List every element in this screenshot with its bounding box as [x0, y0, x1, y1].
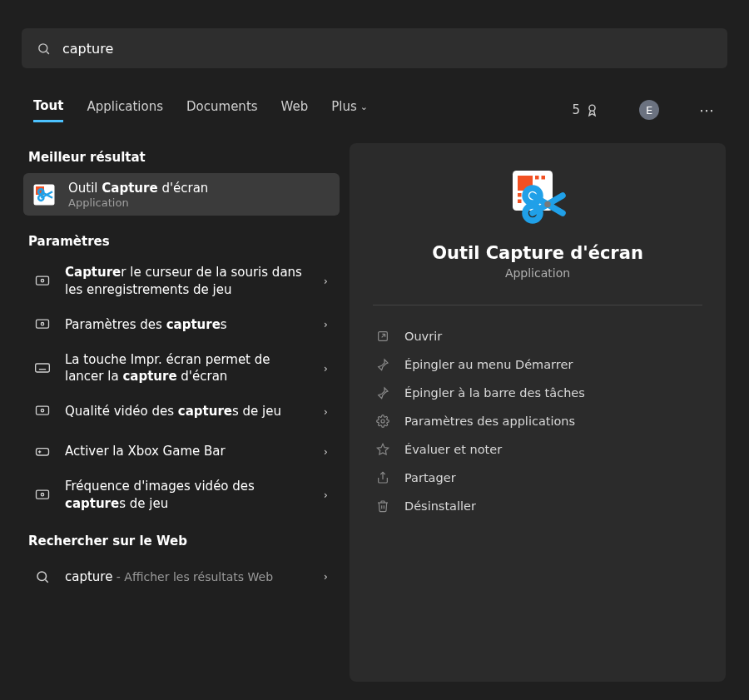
svg-rect-19 — [37, 449, 49, 455]
best-result-item[interactable]: Outil Capture d'écran Application — [23, 173, 340, 216]
web-result-title: capture - Afficher les résultats Web — [65, 568, 312, 585]
svg-line-1 — [47, 51, 49, 53]
svg-rect-7 — [37, 276, 49, 285]
search-icon — [37, 42, 51, 56]
action-label: Désinstaller — [404, 499, 476, 513]
divider — [373, 305, 702, 305]
setting-result-xbox-gamebar[interactable]: Activer la Xbox Game Bar › — [23, 431, 340, 471]
setting-result-title: Activer la Xbox Game Bar — [65, 443, 312, 459]
setting-result-capture-settings[interactable]: Paramètres des captures › — [23, 305, 340, 345]
chevron-down-icon: ⌄ — [360, 102, 368, 112]
tab-applications[interactable]: Applications — [87, 99, 163, 121]
svg-point-34 — [544, 201, 551, 208]
action-label: Épingler au menu Démarrer — [404, 358, 573, 371]
action-app-settings[interactable]: Paramètres des applications — [371, 407, 704, 435]
chevron-right-icon: › — [324, 489, 331, 501]
action-pin-taskbar[interactable]: Épingler à la barre des tâches — [371, 379, 704, 407]
points-value: 5 — [572, 102, 580, 117]
svg-point-18 — [41, 410, 43, 412]
svg-point-8 — [41, 279, 43, 281]
star-icon — [376, 443, 391, 456]
best-result-title: Outil Capture d'écran — [68, 180, 331, 196]
action-open[interactable]: Ouvrir — [371, 322, 704, 350]
action-share[interactable]: Partager — [371, 464, 704, 492]
trash-icon — [376, 499, 391, 513]
chevron-right-icon: › — [324, 445, 331, 458]
panel-title: Outil Capture d'écran — [432, 243, 643, 263]
svg-point-2 — [589, 105, 595, 111]
tab-documents[interactable]: Documents — [186, 99, 258, 121]
search-icon — [32, 566, 53, 588]
settings-screen-icon — [32, 484, 53, 506]
svg-point-23 — [41, 493, 43, 495]
web-search-result[interactable]: capture - Afficher les résultats Web › — [23, 557, 340, 597]
svg-rect-22 — [37, 490, 49, 499]
action-label: Ouvrir — [404, 330, 442, 343]
search-bar[interactable] — [22, 28, 727, 68]
snipping-tool-icon — [32, 182, 57, 207]
share-icon — [376, 471, 391, 484]
gear-icon — [376, 415, 391, 428]
keyboard-icon — [32, 357, 53, 379]
pin-icon — [376, 386, 391, 400]
action-rate[interactable]: Évaluer et noter — [371, 435, 704, 464]
tabs-row: Tout Applications Documents Web Plus ⌄ 5… — [0, 92, 749, 128]
svg-rect-29 — [542, 176, 546, 180]
action-label: Épingler à la barre des tâches — [404, 386, 585, 400]
setting-result-printscreen[interactable]: La touche Impr. écran permet de lancer l… — [23, 345, 340, 392]
svg-point-10 — [41, 322, 43, 325]
action-label: Évaluer et noter — [404, 443, 502, 456]
panel-app-icon — [508, 168, 568, 228]
action-uninstall[interactable]: Désinstaller — [371, 492, 704, 520]
setting-result-title: Capturer le curseur de la souris dans le… — [65, 264, 312, 298]
action-label: Paramètres des applications — [404, 415, 575, 428]
pin-icon — [376, 358, 391, 371]
svg-rect-30 — [518, 193, 522, 197]
settings-screen-icon — [32, 400, 53, 422]
setting-result-cursor-capture[interactable]: Capturer le curseur de la souris dans le… — [23, 257, 340, 305]
svg-rect-9 — [37, 320, 49, 328]
chevron-right-icon: › — [324, 570, 331, 583]
more-menu-button[interactable]: ⋯ — [699, 102, 716, 119]
svg-rect-11 — [36, 364, 50, 372]
section-search-web: Rechercher sur le Web — [23, 527, 340, 557]
search-input[interactable] — [62, 41, 712, 57]
gamebar-icon — [32, 440, 53, 462]
setting-result-title: Fréquence d'images vidéo des captures de… — [65, 478, 312, 512]
svg-point-36 — [381, 420, 384, 423]
setting-result-framerate[interactable]: Fréquence d'images vidéo des captures de… — [23, 471, 340, 519]
tab-web[interactable]: Web — [281, 99, 309, 121]
tab-all[interactable]: Tout — [33, 98, 63, 122]
svg-marker-37 — [377, 444, 388, 454]
svg-rect-17 — [37, 406, 49, 415]
chevron-right-icon: › — [324, 405, 331, 418]
tab-more[interactable]: Plus ⌄ — [331, 99, 368, 121]
chevron-right-icon: › — [324, 362, 331, 375]
user-avatar[interactable]: E — [639, 100, 659, 120]
tab-more-label: Plus — [331, 99, 357, 114]
rewards-points[interactable]: 5 — [572, 102, 599, 117]
chevron-right-icon: › — [324, 275, 331, 287]
settings-screen-icon — [32, 271, 53, 292]
setting-result-title: La touche Impr. écran permet de lancer l… — [65, 351, 312, 385]
svg-point-24 — [37, 572, 47, 581]
svg-line-25 — [45, 579, 47, 582]
action-pin-start[interactable]: Épingler au menu Démarrer — [371, 350, 704, 379]
action-label: Partager — [404, 471, 456, 484]
settings-screen-icon — [32, 314, 53, 335]
svg-rect-28 — [535, 176, 539, 180]
panel-subtitle: Application — [505, 266, 570, 280]
details-panel: Outil Capture d'écran Application Ouvrir… — [350, 143, 726, 682]
setting-result-title: Paramètres des captures — [65, 316, 312, 333]
svg-rect-31 — [518, 200, 522, 204]
open-icon — [376, 330, 391, 343]
rewards-icon — [585, 103, 599, 117]
setting-result-title: Qualité vidéo des captures de jeu — [65, 403, 312, 420]
section-best-result: Meilleur résultat — [23, 143, 340, 173]
section-settings: Paramètres — [23, 227, 340, 257]
results-column: Meilleur résultat Outil Capture d'écran … — [23, 143, 340, 682]
chevron-right-icon: › — [324, 318, 331, 330]
svg-point-0 — [39, 43, 47, 52]
setting-result-video-quality[interactable]: Qualité vidéo des captures de jeu › — [23, 391, 340, 431]
best-result-subtitle: Application — [68, 196, 331, 209]
